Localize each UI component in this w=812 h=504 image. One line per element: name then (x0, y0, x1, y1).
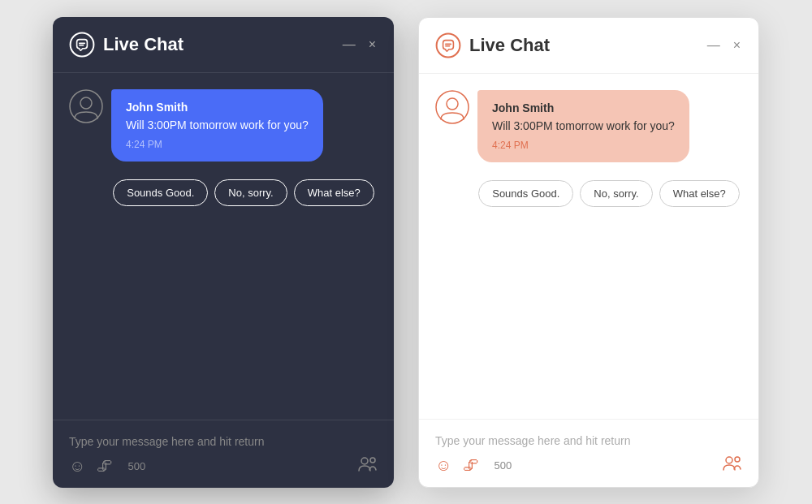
dark-attachment-icon[interactable]: 🖇 (97, 457, 113, 476)
light-toolbar-right (723, 455, 742, 476)
svg-point-12 (726, 457, 732, 463)
dark-bubble-time: 4:24 PM (126, 139, 309, 150)
light-attachment-icon[interactable]: 🖇 (463, 456, 479, 475)
light-header-left: Live Chat (435, 32, 550, 58)
dark-header: Live Chat — × (53, 17, 394, 73)
dark-toolbar-right (358, 456, 378, 476)
dark-reply-btn-2[interactable]: What else? (294, 179, 374, 206)
light-chat-footer: ☺ 🖇 500 (419, 419, 758, 487)
dark-reply-btn-1[interactable]: No, sorry. (214, 179, 287, 206)
light-message-row: John Smith Will 3:00PM tomorrow work for… (435, 90, 742, 162)
dark-bubble: John Smith Will 3:00PM tomorrow work for… (111, 89, 323, 162)
dark-bubble-sender: John Smith (126, 101, 309, 114)
chat-widgets-container: Live Chat — × John Smith Will 3:00PM (37, 1, 775, 504)
light-header-controls: — × (706, 37, 742, 54)
dark-chat-body: John Smith Will 3:00PM tomorrow work for… (53, 73, 394, 420)
light-chat-body: John Smith Will 3:00PM tomorrow work for… (419, 74, 758, 419)
light-quick-replies: Sounds Good. No, sorry. What else? (476, 172, 742, 215)
dark-reply-btn-0[interactable]: Sounds Good. (113, 179, 208, 206)
light-char-count: 500 (494, 459, 512, 472)
dark-header-controls: — × (341, 37, 378, 53)
light-close-button[interactable]: × (732, 37, 742, 54)
light-bubble-sender: John Smith (492, 101, 675, 114)
svg-point-6 (370, 458, 375, 463)
dark-minimize-button[interactable]: — (341, 37, 357, 53)
light-title: Live Chat (469, 35, 550, 56)
dark-header-left: Live Chat (69, 32, 184, 58)
light-avatar (435, 90, 469, 124)
light-bubble: John Smith Will 3:00PM tomorrow work for… (477, 90, 689, 162)
dark-bubble-text: Will 3:00PM tomorrow work for you? (126, 117, 309, 134)
dark-toolbar: ☺ 🖇 500 (69, 456, 378, 476)
light-toolbar: ☺ 🖇 500 (435, 455, 742, 476)
light-reply-btn-2[interactable]: What else? (659, 180, 740, 207)
dark-message-row: John Smith Will 3:00PM tomorrow work for… (69, 89, 378, 162)
light-emoji-icon[interactable]: ☺ (435, 456, 451, 475)
light-header: Live Chat — × (419, 18, 758, 74)
dark-chat-icon (69, 32, 95, 58)
light-agents-icon[interactable] (723, 457, 742, 475)
light-reply-btn-0[interactable]: Sounds Good. (478, 180, 573, 207)
dark-chat-widget: Live Chat — × John Smith Will 3:00PM (53, 17, 394, 488)
dark-agents-icon[interactable] (358, 458, 378, 476)
svg-point-11 (447, 98, 458, 110)
svg-point-4 (80, 97, 92, 109)
light-chat-icon (435, 32, 461, 58)
svg-point-13 (735, 457, 740, 462)
light-message-input[interactable] (435, 431, 742, 455)
light-bubble-time: 4:24 PM (492, 140, 675, 151)
dark-emoji-icon[interactable]: ☺ (69, 457, 85, 476)
light-reply-btn-1[interactable]: No, sorry. (580, 180, 652, 207)
light-chat-widget: Live Chat — × John Smith Will 3:00PM (418, 17, 759, 488)
dark-char-count: 500 (127, 460, 145, 472)
dark-message-input[interactable] (69, 432, 378, 456)
dark-close-button[interactable]: × (367, 37, 378, 53)
light-bubble-text: Will 3:00PM tomorrow work for you? (492, 118, 675, 135)
dark-avatar (69, 89, 103, 123)
dark-quick-replies: Sounds Good. No, sorry. What else? (110, 171, 378, 214)
dark-chat-footer: ☺ 🖇 500 (53, 420, 394, 488)
svg-point-5 (361, 458, 368, 464)
dark-title: Live Chat (103, 34, 184, 55)
light-minimize-button[interactable]: — (706, 37, 722, 54)
